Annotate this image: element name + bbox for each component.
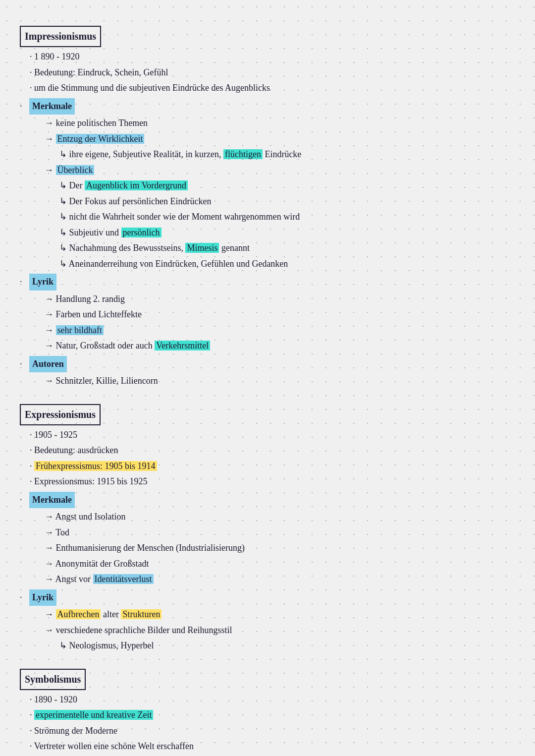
impressionismus-desc: · um die Stimmung und die subjeutiven Ei… [30, 80, 515, 96]
symbolismus-section: Symbolismus · 1890 - 1920 · experimentel… [20, 662, 515, 756]
imp-l2: → Farben und Lichteffekte [45, 307, 515, 323]
impressionismus-section: Impressionismus · 1 890 - 1920 · Bedeutu… [20, 19, 515, 389]
exp-m4: → Anonymität der Großstadt [45, 556, 515, 572]
imp-m3: ↳ ihre eigene, Subjeutive Realität, in k… [59, 147, 515, 163]
expressionismus-expr: · Expressionsmus: 1915 bis 1925 [30, 474, 515, 490]
imp-l1: → Handlung 2. randig [45, 291, 515, 307]
imp-m7: ↳ nicht die Wahrheit sonder wie der Mome… [59, 209, 515, 225]
sym-i1: · experimentelle und kreative Zeit [30, 707, 515, 723]
expressionismus-frueh: · Frühexpressismus: 1905 bis 1914 [30, 459, 515, 474]
imp-l3: → sehr bildhaft [45, 323, 515, 339]
exp-l2: → verschiedene sprachliche Bilder und Re… [45, 623, 515, 639]
expressionismus-period: · 1905 - 1925 [30, 427, 515, 443]
impressionismus-lyrik-header: · Lyrik [20, 274, 515, 291]
imp-m8: ↳ Subjeutiv und persönlich [59, 225, 515, 241]
expressionismus-lyrik-header: · Lyrik [20, 589, 515, 607]
expressionismus-section: Expressionismus · 1905 - 1925 · Bedeutun… [20, 397, 515, 654]
impressionismus-period: · 1 890 - 1920 [30, 49, 515, 65]
symbolismus-period: · 1890 - 1920 [30, 692, 515, 708]
expressionismus-title: Expressionismus [20, 397, 515, 427]
imp-l4: → Natur, Großstadt oder auch Verkehrsmit… [45, 338, 515, 354]
expressionismus-bedeutung: · Bedeutung: ausdrücken [30, 443, 515, 459]
imp-m2: → Entzug der Wirklichkeit [45, 131, 515, 147]
imp-m5: ↳ Der Augenblick im Vordergrund [59, 178, 515, 194]
impressionismus-merkmale-header: · Merkmale [20, 98, 515, 116]
imp-m6: ↳ Der Fokus auf persönlichen Eindrücken [59, 194, 515, 210]
imp-m1: → keine politischen Themen [45, 116, 515, 131]
exp-m3: → Enthumanisierung der Menschen (Industr… [45, 540, 515, 556]
impressionismus-title: Impressionismus [20, 19, 515, 49]
imp-a1: → Schnitzler, Killie, Liliencorn [45, 373, 515, 389]
exp-l1: → Aufbrechen alter Strukturen [45, 607, 515, 623]
exp-m1: → Angst und Isolation [45, 509, 515, 525]
exp-m5: → Angst vor Identitätsverlust [45, 572, 515, 587]
impressionismus-bedeutung: · Bedeutung: Eindruck, Schein, Gefühl [30, 65, 515, 81]
imp-m10: ↳ Aneinanderreihung von Eindrücken, Gefü… [59, 256, 515, 272]
sym-i2: · Strömung der Moderne [30, 723, 515, 739]
sym-i3: · Vertreter wollen eine schöne Welt ersc… [30, 739, 515, 755]
imp-m9: ↳ Nachahmung des Bewusstseins, Mimesis g… [59, 240, 515, 256]
impressionismus-autoren-header: · Autoren [20, 356, 515, 374]
imp-m4: → Überblick [45, 163, 515, 178]
exp-m2: → Tod [45, 525, 515, 541]
expressionismus-merkmale-header: · Merkmale [20, 492, 515, 510]
symbolismus-title: Symbolismus [20, 662, 515, 692]
page: Impressionismus · 1 890 - 1920 · Bedeutu… [20, 19, 515, 756]
exp-l3: ↳ Neologismus, Hyperbel [59, 638, 515, 654]
